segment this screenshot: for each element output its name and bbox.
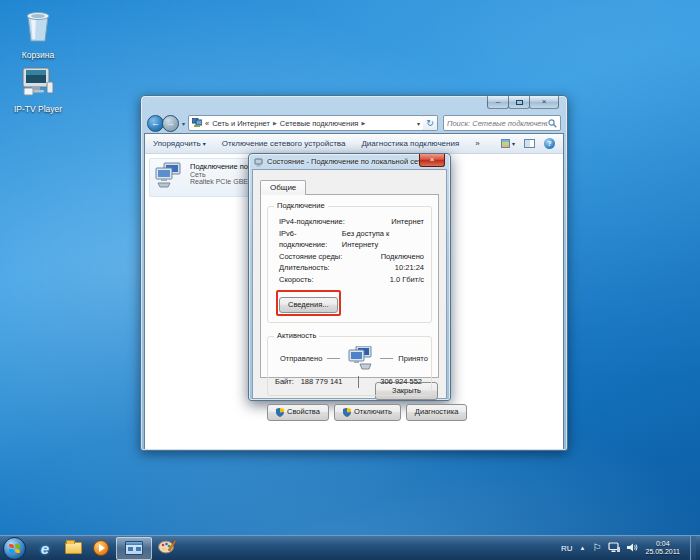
tray-time: 0:04 — [645, 540, 680, 549]
explorer-titlebar[interactable]: – × — [141, 96, 567, 113]
row-value: 1.0 Гбит/с — [390, 274, 424, 286]
breadcrumb-network-internet[interactable]: Сеть и Интернет — [212, 119, 270, 128]
change-view-button[interactable]: ▾ — [501, 139, 515, 148]
row-label: Состояние среды: — [279, 251, 342, 263]
tray-date: 25.05.2011 — [645, 548, 680, 557]
search-input[interactable] — [447, 119, 548, 128]
network-adapter-icon — [192, 118, 202, 129]
forward-button[interactable]: → — [162, 115, 179, 132]
show-hidden-icons-button[interactable]: ▲ — [580, 545, 586, 551]
toolbar-overflow-chevron[interactable]: » — [475, 139, 479, 148]
taskbar-media-player-button[interactable] — [88, 537, 114, 560]
taskbar-paint-button[interactable] — [154, 537, 180, 560]
uac-shield-icon — [276, 408, 284, 417]
row-value: Интернет — [391, 216, 424, 228]
system-tray: RU ▲ ⚐ 0:04 25.05.2011 — [561, 536, 700, 560]
network-window-icon — [125, 541, 143, 555]
diagnose-button[interactable]: Диагностика — [406, 404, 467, 421]
maximize-button[interactable] — [508, 96, 530, 109]
close-icon: × — [430, 155, 435, 164]
diagnose-connection-button[interactable]: Диагностика подключения — [361, 139, 459, 148]
explorer-navbar: ← → ▾ « Сеть и Интернет ▶ Сетевые подклю… — [141, 113, 567, 133]
forward-arrow-icon: → — [166, 119, 175, 128]
desktop-icon-label: Корзина — [2, 50, 74, 60]
details-button-red-highlight: Сведения... — [276, 290, 341, 316]
network-tray-icon[interactable] — [608, 539, 620, 557]
recycle-bin-icon — [21, 30, 55, 47]
address-bar[interactable]: « Сеть и Интернет ▶ Сетевые подключения … — [188, 115, 424, 131]
help-button[interactable]: ? — [544, 138, 555, 149]
uac-shield-icon — [343, 408, 351, 417]
start-button[interactable] — [3, 537, 26, 560]
breadcrumb-arrow-icon[interactable]: ▶ — [273, 120, 277, 126]
activity-groupbox: Активность Отправлено — [267, 336, 432, 396]
desktop: Корзина IP-TV Player – × ← — [0, 0, 700, 560]
lan-connection-icon — [154, 162, 184, 193]
bytes-divider — [358, 376, 359, 388]
disable-network-device-button[interactable]: Отключение сетевого устройства — [222, 139, 346, 148]
breadcrumb-prefix: « — [205, 119, 209, 128]
dialog-title: Состояние - Подключение по локальной сет… — [267, 157, 425, 166]
dialog-titlebar[interactable]: Состояние - Подключение по локальной сет… — [249, 154, 450, 169]
row-label: Длительность: — [279, 262, 330, 274]
address-history-caret-icon[interactable]: ▾ — [417, 120, 420, 127]
refresh-icon: ↻ — [426, 118, 434, 128]
search-box[interactable] — [443, 115, 561, 131]
breadcrumb-arrow-icon[interactable]: ▶ — [361, 120, 365, 126]
activity-group-legend: Активность — [274, 331, 319, 340]
minimize-button[interactable]: – — [487, 96, 509, 109]
computers-activity-icon — [345, 346, 375, 372]
media-player-icon — [93, 540, 109, 556]
organize-menu[interactable]: Упорядочить ▾ — [153, 139, 206, 148]
desktop-icon-recycle-bin[interactable]: Корзина — [2, 8, 74, 60]
properties-button[interactable]: Свойства — [267, 404, 329, 421]
row-label: IPv4-подключение: — [279, 216, 345, 228]
back-arrow-icon: ← — [151, 119, 160, 128]
disable-button[interactable]: Отключить — [334, 404, 401, 421]
views-icon — [501, 139, 510, 148]
received-bytes-value: 306 924 552 — [373, 377, 424, 386]
taskbar: e RU ▲ ⚐ 0:04 25.0 — [0, 535, 700, 560]
preview-pane-button[interactable] — [524, 139, 535, 148]
internet-explorer-icon: e — [41, 540, 49, 557]
row-value: 10:21:24 — [395, 262, 424, 274]
recent-pages-caret-icon[interactable]: ▾ — [181, 120, 186, 127]
sent-line — [327, 358, 340, 359]
clock[interactable]: 0:04 25.05.2011 — [645, 540, 680, 557]
dialog-client-area: Общие Подключение IPv4-подключение:Интер… — [252, 169, 447, 399]
action-center-flag-icon[interactable]: ⚐ — [593, 543, 602, 553]
close-button[interactable]: × — [529, 96, 559, 109]
row-label: IPv6-подключение: — [279, 228, 342, 251]
dialog-close-button[interactable]: × — [419, 154, 445, 167]
paint-icon — [158, 538, 176, 558]
received-label: Принято — [398, 354, 427, 363]
iptv-player-icon — [20, 84, 56, 101]
explorer-toolbar: Упорядочить ▾ Отключение сетевого устрой… — [145, 134, 563, 154]
connection-groupbox: Подключение IPv4-подключение:Интернет IP… — [267, 206, 432, 323]
connection-group-legend: Подключение — [274, 201, 328, 210]
language-indicator[interactable]: RU — [561, 544, 573, 553]
sent-label: Отправлено — [280, 354, 322, 363]
folder-icon — [65, 542, 82, 554]
bytes-label: Байт: — [275, 377, 294, 386]
tab-general[interactable]: Общие — [260, 180, 306, 195]
taskbar-explorer-button[interactable] — [60, 537, 86, 560]
row-value: Подключено — [381, 251, 424, 263]
breadcrumb-network-connections[interactable]: Сетевые подключения — [280, 119, 359, 128]
refresh-button[interactable]: ↻ — [423, 115, 438, 131]
chevron-down-icon: ▾ — [512, 140, 515, 147]
maximize-icon — [516, 100, 523, 105]
volume-icon[interactable] — [627, 539, 638, 557]
row-label: Скорость: — [279, 274, 313, 286]
details-button[interactable]: Сведения... — [279, 297, 338, 313]
connection-status-dialog: Состояние - Подключение по локальной сет… — [248, 153, 451, 401]
sent-bytes-value: 188 779 141 — [294, 377, 343, 386]
show-desktop-button[interactable] — [690, 536, 696, 560]
desktop-icon-iptv-player[interactable]: IP-TV Player — [2, 66, 74, 114]
row-value: Без доступа к Интернету — [342, 228, 424, 251]
chevron-down-icon: ▾ — [203, 141, 206, 147]
taskbar-network-connections-button[interactable] — [116, 537, 152, 560]
dialog-status-icon — [254, 153, 263, 171]
received-line — [380, 358, 393, 359]
taskbar-internet-explorer-button[interactable]: e — [32, 537, 58, 560]
